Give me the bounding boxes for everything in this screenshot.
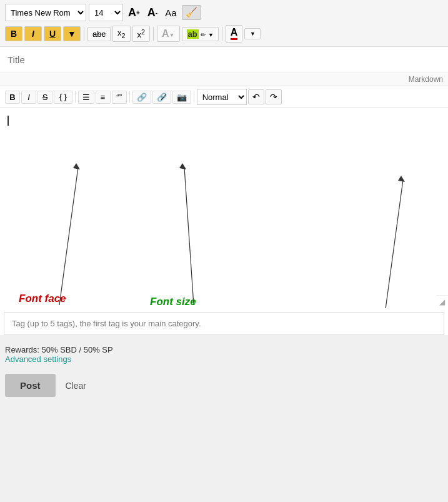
separator-2 [153, 27, 154, 41]
action-buttons: Post Clear [0, 366, 448, 404]
font-family-select[interactable]: Times New Rom [5, 4, 86, 21]
svg-line-0 [59, 168, 78, 305]
font-color-dropdown-button[interactable]: ▼ [244, 28, 261, 39]
svg-marker-5 [398, 176, 405, 182]
bold-button[interactable]: B [5, 26, 22, 41]
annotation-arrows [0, 108, 448, 308]
font-color-button[interactable]: A [226, 25, 243, 43]
editor-code-button[interactable]: {} [54, 91, 72, 104]
clear-button[interactable]: Clear [62, 374, 90, 397]
font-color-gray-button[interactable]: A▼ [157, 26, 179, 42]
font-size-select[interactable]: 14 [89, 4, 123, 21]
ed-sep-2 [129, 91, 130, 103]
editor-link-unlink-button[interactable]: 🔗̸ [152, 91, 171, 104]
svg-line-2 [184, 168, 194, 305]
editor-image-button[interactable]: 📷 [172, 91, 191, 104]
separator-3 [222, 27, 222, 41]
markdown-label: Markdown [409, 75, 443, 84]
redo-button[interactable]: ↷ [266, 89, 282, 104]
svg-marker-3 [179, 163, 186, 169]
svg-marker-1 [73, 163, 80, 169]
font-size-annotation: Font size [150, 296, 196, 308]
tag-input-container [4, 312, 444, 335]
italic-button[interactable]: I [24, 26, 42, 41]
underline-dropdown-button[interactable]: ▼ [63, 26, 81, 41]
main-content: Markdown B I S {} ☰ ≡ “” 🔗 🔗̸ 📷 Normal H… [0, 47, 448, 335]
resize-icon: ◢ [439, 298, 445, 306]
undo-button[interactable]: ↶ [248, 89, 264, 104]
heading-select[interactable]: Normal H1 H2 H3 H4 H5 H6 [197, 89, 247, 105]
editor-italic-button[interactable]: I [21, 91, 36, 104]
highlight-pencil-icon: ✏ [201, 31, 206, 38]
editor-quote-button[interactable]: “” [112, 91, 127, 104]
top-toolbar: Times New Rom 14 A+ A- Aa 🧹 B I U ▼ abc … [0, 0, 448, 47]
resize-handle[interactable]: ◢ [436, 295, 448, 308]
title-input[interactable] [0, 47, 448, 73]
eraser-icon: 🧹 [186, 7, 197, 18]
editor-body-wrapper: Font face Font size Font colour ◢ [0, 108, 448, 308]
advanced-settings-link[interactable]: Advanced settings [5, 354, 71, 364]
text-cursor [7, 116, 9, 126]
rewards-section: Rewards: 50% SBD / 50% SP Advanced setti… [0, 339, 448, 366]
superscript-button[interactable]: x2 [132, 26, 151, 42]
editor-link-button[interactable]: 🔗 [132, 91, 151, 104]
highlight-button[interactable]: ab ✏ ▼ [182, 27, 219, 41]
eraser-button[interactable]: 🧹 [182, 5, 201, 20]
editor-ordered-list-button[interactable]: ≡ [96, 91, 111, 104]
shrink-font-button[interactable]: A- [145, 5, 160, 21]
tag-input[interactable] [4, 313, 444, 334]
editor-unordered-list-button[interactable]: ☰ [78, 91, 94, 104]
editor-toolbar: B I S {} ☰ ≡ “” 🔗 🔗̸ 📷 Normal H1 H2 H3 H… [0, 86, 448, 108]
subscript-button[interactable]: x2 [112, 26, 131, 42]
editor-strike-button[interactable]: S [37, 91, 52, 104]
highlight-icon: ab [187, 29, 199, 39]
svg-line-4 [381, 180, 403, 308]
editor-bold-button[interactable]: B [5, 91, 20, 104]
ed-sep-1 [75, 91, 76, 103]
markdown-bar: Markdown [0, 73, 448, 86]
font-face-annotation: Font face [19, 293, 66, 305]
separator-1 [84, 27, 84, 41]
underline-button[interactable]: U [44, 26, 61, 41]
ed-sep-3 [194, 91, 194, 103]
post-button[interactable]: Post [5, 374, 56, 397]
font-color-icon: A [231, 28, 238, 40]
rewards-label: Rewards: 50% SBD / 50% SP [5, 345, 443, 354]
aa-button[interactable]: Aa [162, 6, 179, 19]
grow-font-button[interactable]: A+ [126, 5, 142, 21]
strikethrough-button[interactable]: abc [87, 27, 111, 41]
